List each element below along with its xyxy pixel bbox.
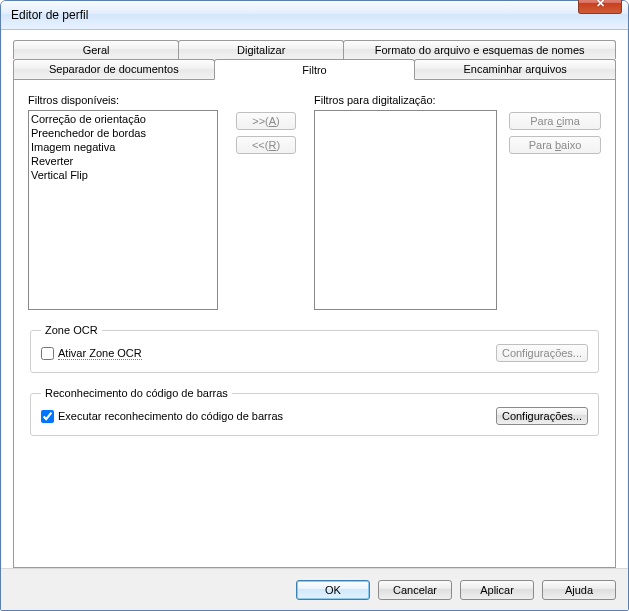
zone-ocr-checkbox-label[interactable]: Ativar Zone OCR [58,347,142,359]
tab-filtro[interactable]: Filtro [214,59,416,80]
tab-pane-filtro: Filtros disponíveis: Correção de orienta… [13,79,616,568]
action-bar: OK Cancelar Aplicar Ajuda [1,568,628,610]
list-item[interactable]: Correção de orientação [31,112,215,126]
add-filter-button[interactable]: >>(A) [236,112,296,130]
scan-filters-label: Filtros para digitalização: [314,94,497,106]
tab-digitalizar[interactable]: Digitalizar [178,40,344,59]
tabs-row-1: Geral Digitalizar Formato do arquivo e e… [13,40,616,59]
scan-filters-column: Filtros para digitalização: [314,94,497,310]
content-area: Geral Digitalizar Formato do arquivo e e… [1,30,628,568]
zone-ocr-legend: Zone OCR [41,324,102,336]
order-buttons-column: Para cima Para baixo [509,94,601,310]
barcode-legend: Reconhecimento do código de barras [41,387,232,399]
list-item[interactable]: Vertical Flip [31,168,215,182]
apply-button[interactable]: Aplicar [460,580,534,600]
ok-button[interactable]: OK [296,580,370,600]
barcode-checkbox-label[interactable]: Executar reconhecimento do código de bar… [58,410,283,422]
tab-separador[interactable]: Separador de documentos [13,59,215,79]
list-item[interactable]: Preenchedor de bordas [31,126,215,140]
remove-filter-button[interactable]: <<(R) [236,136,296,154]
move-up-button[interactable]: Para cima [509,112,601,130]
zone-ocr-config-button[interactable]: Configurações... [496,344,588,362]
close-button[interactable]: ✕ [578,0,622,14]
zone-ocr-group: Zone OCR Ativar Zone OCR Configurações..… [30,324,599,373]
move-down-button[interactable]: Para baixo [509,136,601,154]
available-filters-label: Filtros disponíveis: [28,94,218,106]
window-title: Editor de perfil [11,8,622,22]
tab-formato[interactable]: Formato do arquivo e esquemas de nomes [343,40,616,59]
available-filters-listbox[interactable]: Correção de orientaçãoPreenchedor de bor… [28,110,218,310]
tabs-row-2: Separador de documentos Filtro Encaminha… [13,59,616,79]
available-filters-column: Filtros disponíveis: Correção de orienta… [28,94,218,310]
scan-filters-listbox[interactable] [314,110,497,310]
barcode-config-button[interactable]: Configurações... [496,407,588,425]
cancel-button[interactable]: Cancelar [378,580,452,600]
tab-geral[interactable]: Geral [13,40,179,59]
zone-ocr-checkbox[interactable] [41,347,54,360]
dialog-window: Editor de perfil ✕ Geral Digitalizar For… [0,0,629,611]
transfer-buttons-column: >>(A) <<(R) [230,94,302,310]
titlebar: Editor de perfil ✕ [1,1,628,30]
help-button[interactable]: Ajuda [542,580,616,600]
tab-encaminhar[interactable]: Encaminhar arquivos [414,59,616,79]
list-item[interactable]: Reverter [31,154,215,168]
barcode-checkbox[interactable] [41,410,54,423]
list-item[interactable]: Imagem negativa [31,140,215,154]
filters-area: Filtros disponíveis: Correção de orienta… [28,94,601,310]
barcode-group: Reconhecimento do código de barras Execu… [30,387,599,436]
